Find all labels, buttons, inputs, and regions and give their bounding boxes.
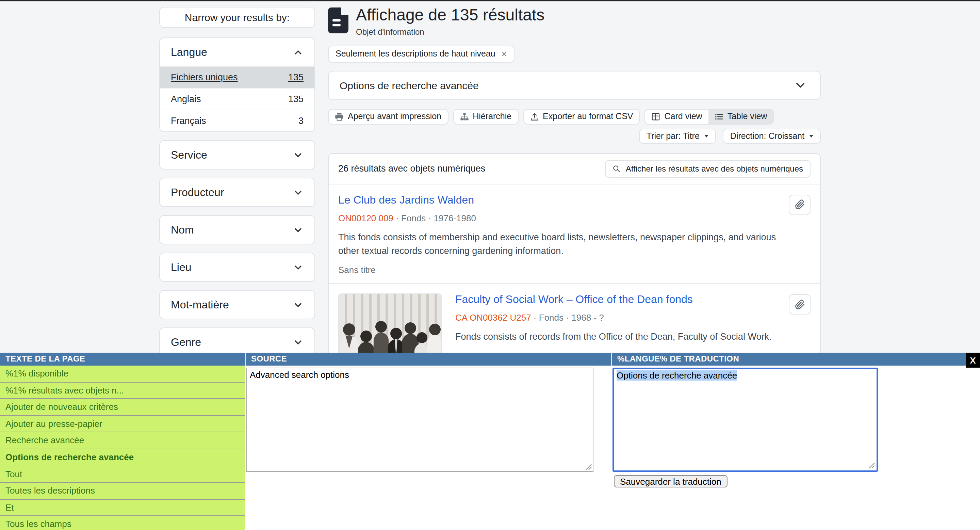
results-toolbar: Aperçu avant impression Hiérarchie Expor… — [328, 109, 821, 124]
show-digital-results-label: Afficher les résultats avec des objets n… — [626, 164, 803, 173]
advanced-search-label: Options de recherche avancée — [340, 80, 479, 91]
result-dates: 1968 - ? — [571, 313, 604, 323]
chevron-down-icon — [293, 187, 304, 198]
page-title: Affichage de 135 résultats — [356, 5, 544, 25]
page-title-block: Affichage de 135 résultats Objet d'infor… — [356, 5, 544, 37]
column-header-source: SOURCE — [245, 353, 611, 366]
translation-panel-header: TEXTE DE LA PAGE SOURCE %LANGUE% DE TRAD… — [0, 353, 980, 366]
sort-direction-dropdown[interactable]: Direction: Croissant — [723, 129, 821, 144]
page-text-row[interactable]: Tous les champs — [0, 516, 245, 530]
meta-dot: · — [396, 213, 399, 223]
facet-option-count[interactable]: 135 — [288, 94, 304, 104]
sort-direction-label: Direction: Croissant — [730, 131, 804, 141]
facet-nom-header[interactable]: Nom — [160, 216, 314, 244]
facet-producteur: Producteur — [159, 178, 315, 207]
facet-option-label[interactable]: Anglais — [171, 94, 201, 104]
export-csv-button[interactable]: Exporter au format CSV — [523, 109, 640, 124]
facet-lieu-header[interactable]: Lieu — [160, 253, 314, 281]
column-header-page-text: TEXTE DE LA PAGE — [0, 353, 245, 366]
chevron-down-icon — [293, 299, 304, 310]
level-of-description: Fonds — [401, 213, 426, 223]
facet-mot-matiere: Mot-matière — [159, 290, 315, 319]
page-text-row[interactable]: Tout — [0, 466, 245, 483]
meta-dot: · — [428, 213, 431, 223]
facet-genre-header[interactable]: Genre — [160, 328, 314, 356]
selected-translation-text: Options de recherche avancée — [617, 370, 737, 380]
reference-code-link[interactable]: ON00120 009 — [338, 213, 393, 223]
show-digital-results-button[interactable]: Afficher les résultats avec des objets n… — [605, 160, 811, 178]
sidebar-title: Narrow your results by: — [159, 7, 315, 28]
grid-icon — [652, 112, 660, 121]
result-description: This fonds consists of membership and ex… — [338, 231, 779, 258]
facet-option-label[interactable]: Fichiers uniques — [171, 72, 238, 83]
chevron-down-icon — [293, 150, 304, 160]
clipboard-button[interactable] — [789, 195, 811, 215]
page-text-row[interactable]: Recherche avancée — [0, 433, 245, 449]
chevron-down-icon — [794, 79, 807, 92]
information-object-icon — [328, 8, 348, 33]
result-title-link[interactable]: Faculty of Social Work – Office of the D… — [455, 294, 772, 306]
facet-service-header[interactable]: Service — [160, 141, 314, 169]
page-subtitle: Objet d'information — [356, 27, 544, 37]
facet-sidebar: Narrow your results by: Langue Fichiers … — [159, 7, 315, 365]
digital-objects-summary: 26 résultats avec objets numériques — [338, 164, 485, 174]
page-text-row[interactable]: %1% disponible — [0, 366, 245, 382]
result-title-link[interactable]: Le Club des Jardins Walden — [338, 194, 779, 206]
page-text-row[interactable]: Et — [0, 500, 245, 516]
page-text-row[interactable]: Toutes les descriptions — [0, 483, 245, 499]
facet-option-francais[interactable]: Français 3 — [160, 110, 314, 131]
reference-code-link[interactable]: CA ON00362 U257 — [455, 313, 531, 323]
result-dates: 1976-1980 — [434, 213, 476, 223]
result-note: Sans titre — [338, 265, 779, 275]
facet-option-count[interactable]: 3 — [298, 116, 304, 126]
filter-tag-close-icon[interactable]: × — [501, 49, 507, 60]
sort-by-dropdown[interactable]: Trier par: Titre — [639, 129, 716, 144]
page-text-row[interactable]: %1% résultats avec objets n... — [0, 382, 245, 399]
filter-tag-label: Seulement les descriptions de haut nivea… — [336, 49, 495, 59]
meta-dot: · — [533, 313, 537, 323]
facet-option-anglais[interactable]: Anglais 135 — [160, 88, 314, 110]
facet-langue: Langue Fichiers uniques 135 Anglais 135 … — [159, 37, 315, 132]
clipboard-button[interactable] — [789, 294, 811, 315]
facet-langue-header[interactable]: Langue — [160, 38, 314, 66]
facet-label: Producteur — [171, 186, 224, 199]
facet-service: Service — [159, 140, 315, 170]
facet-option-count[interactable]: 135 — [288, 72, 304, 83]
advanced-search-toggle[interactable]: Options de recherche avancée — [328, 71, 821, 100]
card-view-button[interactable]: Card view — [646, 110, 708, 124]
hierarchy-label: Hiérarchie — [473, 112, 511, 121]
page-text-row[interactable]: Ajouter au presse-papier — [0, 416, 245, 433]
facet-mot-matiere-header[interactable]: Mot-matière — [160, 291, 314, 318]
hierarchy-button[interactable]: Hiérarchie — [453, 109, 518, 124]
resize-grip-icon[interactable] — [585, 464, 592, 470]
chevron-down-icon — [293, 262, 304, 273]
facet-producteur-header[interactable]: Producteur — [160, 178, 314, 206]
translation-textarea[interactable]: Options de recherche avancée — [612, 368, 878, 472]
close-panel-button[interactable]: X — [966, 353, 980, 368]
resize-grip-icon[interactable] — [869, 462, 875, 469]
paperclip-icon — [795, 299, 805, 310]
source-textarea[interactable]: Advanced search options — [247, 368, 593, 472]
sort-controls: Trier par: Titre Direction: Croissant — [328, 129, 821, 144]
page-text-row-active[interactable]: Options de recherche avancée — [0, 449, 245, 466]
table-view-button[interactable]: Table view — [708, 110, 773, 124]
facet-option-fichiers-uniques[interactable]: Fichiers uniques 135 — [160, 66, 314, 88]
facet-option-label[interactable]: Français — [171, 116, 206, 126]
hierarchy-icon — [460, 112, 469, 121]
facet-lieu: Lieu — [159, 253, 315, 282]
result-meta: ON00120 009 · Fonds · 1976-1980 — [338, 213, 779, 223]
caret-down-icon — [809, 135, 813, 137]
caret-down-icon — [705, 135, 708, 137]
page-header: Affichage de 135 résultats Objet d'infor… — [328, 5, 821, 37]
meta-dot: · — [566, 313, 569, 323]
facet-nom: Nom — [159, 215, 315, 244]
export-csv-label: Exporter au format CSV — [543, 112, 633, 121]
print-preview-label: Aperçu avant impression — [348, 112, 441, 121]
print-preview-button[interactable]: Aperçu avant impression — [328, 109, 448, 124]
table-view-label: Table view — [727, 112, 767, 121]
search-icon — [613, 165, 621, 173]
facet-label: Mot-matière — [171, 299, 229, 311]
sort-by-label: Trier par: Titre — [646, 131, 700, 141]
save-translation-button[interactable]: Sauvegarder la traduction — [614, 475, 727, 487]
page-text-row[interactable]: Ajouter de nouveaux critères — [0, 399, 245, 415]
